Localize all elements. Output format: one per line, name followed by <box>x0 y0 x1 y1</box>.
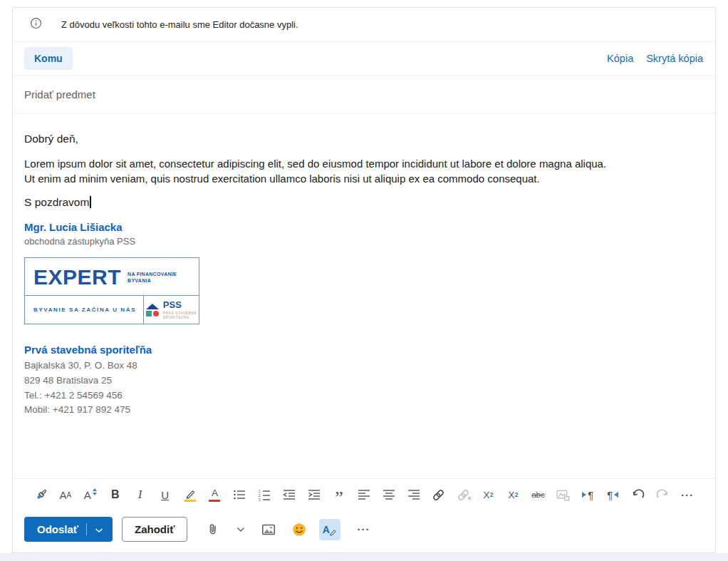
rtl-paragraph-icon[interactable]: ¶ <box>604 486 621 503</box>
strikethrough-icon[interactable]: abc <box>529 486 546 503</box>
notice-text: Z dôvodu veľkosti tohto e-mailu sme Edit… <box>61 19 298 30</box>
blockquote-icon[interactable]: ” <box>331 486 348 503</box>
to-button[interactable]: Komu <box>24 47 73 70</box>
discard-button[interactable]: Zahodiť <box>122 517 187 542</box>
redo-icon <box>654 486 671 503</box>
align-center-icon[interactable] <box>380 486 397 503</box>
formatting-toolbar: AA A B I U A 123 ” <box>13 478 715 510</box>
pss-logo: PSS PRVÁ STAVEBNÁSPORITEĽŇA <box>143 296 199 324</box>
pss-wordmark: PSS <box>163 300 197 309</box>
pss-subtext: PRVÁ STAVEBNÁSPORITEĽŇA <box>163 311 197 320</box>
attach-options-chevron-icon[interactable] <box>233 519 249 540</box>
signature-company: Prvá stavebná sporiteľňa <box>24 344 704 356</box>
italic-icon[interactable]: I <box>132 486 149 503</box>
emoji-icon[interactable] <box>288 519 310 540</box>
logo-tagline: NA FINANCOVANIE BÝVANIA <box>128 271 177 284</box>
body-line-2: Ut enim ad minim veniam, quis nostrud ex… <box>24 171 704 186</box>
superscript-icon[interactable]: X2 <box>480 486 497 503</box>
highlight-color-bar <box>184 500 196 502</box>
bold-icon[interactable]: B <box>107 486 124 503</box>
highlight-icon[interactable] <box>182 486 199 503</box>
closing-text: S pozdravom <box>24 196 704 209</box>
info-icon <box>30 17 42 32</box>
attach-file-icon[interactable] <box>202 519 224 540</box>
undo-icon[interactable] <box>629 486 646 503</box>
phone-line: Tel.: +421 2 54569 456 <box>24 388 704 403</box>
font-color-bar <box>209 500 220 502</box>
logo-slogan: BÝVANIE SA ZAČÍNA U NÁS <box>25 296 143 324</box>
font-name-icon[interactable]: AA <box>57 486 74 503</box>
bullet-list-icon[interactable] <box>231 486 248 503</box>
message-body-editor[interactable]: Dobrý deň, Lorem ipsum dolor sit amet, c… <box>13 114 715 478</box>
more-options-icon[interactable]: ··· <box>353 519 374 540</box>
body-paragraph: Lorem ipsum dolor sit amet, consectetur … <box>24 156 704 186</box>
align-left-icon[interactable] <box>355 486 373 503</box>
editor-notice-banner: Z dôvodu veľkosti tohto e-mailu sme Edit… <box>13 8 715 42</box>
pss-house-icon <box>146 304 160 316</box>
action-bar: Odoslať Zahodiť A ··· <box>13 510 715 552</box>
font-size-icon[interactable]: A <box>82 486 99 503</box>
signature-role: obchodná zástupkyňa PSS <box>24 236 704 247</box>
align-right-icon[interactable] <box>405 486 422 503</box>
send-options-chevron-icon[interactable] <box>95 523 103 535</box>
subscript-icon[interactable]: X2 <box>505 486 522 503</box>
svg-text:3: 3 <box>259 498 261 502</box>
greeting-text: Dobrý deň, <box>24 133 704 145</box>
insert-link-icon[interactable] <box>430 486 447 503</box>
send-button[interactable]: Odoslať <box>24 517 113 542</box>
decrease-indent-icon[interactable] <box>281 486 298 503</box>
numbered-list-icon[interactable]: 123 <box>256 486 273 503</box>
insert-picture-icon[interactable] <box>258 519 279 540</box>
underline-icon[interactable]: U <box>157 486 174 503</box>
signature-address: Bajkalská 30, P. O. Box 48 829 48 Bratis… <box>24 359 704 418</box>
cc-link[interactable]: Kópia <box>607 53 633 64</box>
recipients-row: Komu Kópia Skrytá kópia <box>13 42 715 76</box>
body-line-1: Lorem ipsum dolor sit amet, consectetur … <box>24 156 704 171</box>
bcc-link[interactable]: Skrytá kópia <box>646 53 703 64</box>
address-line-1: Bajkalská 30, P. O. Box 48 <box>24 359 704 374</box>
address-line-2: 829 48 Bratislava 25 <box>24 374 704 388</box>
subject-row <box>13 76 715 114</box>
mobile-line: Mobil: +421 917 892 475 <box>24 403 704 418</box>
page-bottom-strip <box>0 553 728 561</box>
ltr-paragraph-icon[interactable]: ¶ <box>579 486 596 503</box>
increase-indent-icon[interactable] <box>306 486 323 503</box>
show-formatting-toggle[interactable]: A <box>319 519 340 540</box>
signature-logo-image[interactable]: EXPERT NA FINANCOVANIE BÝVANIA BÝVANIE S… <box>24 257 199 324</box>
cc-bcc-links: Kópia Skrytá kópia <box>607 53 704 64</box>
signature-name: Mgr. Lucia Lišiacka <box>24 221 704 233</box>
font-color-icon[interactable]: A <box>206 486 223 503</box>
format-painter-icon[interactable] <box>32 486 49 503</box>
toolbar-more-icon[interactable]: ··· <box>679 486 696 503</box>
insert-inline-image-icon <box>554 486 571 503</box>
logo-expert-text: EXPERT <box>33 265 121 289</box>
subject-input[interactable] <box>24 88 704 101</box>
remove-link-icon: × <box>455 486 472 503</box>
compose-panel: Z dôvodu veľkosti tohto e-mailu sme Edit… <box>12 7 716 553</box>
text-caret <box>90 196 91 208</box>
